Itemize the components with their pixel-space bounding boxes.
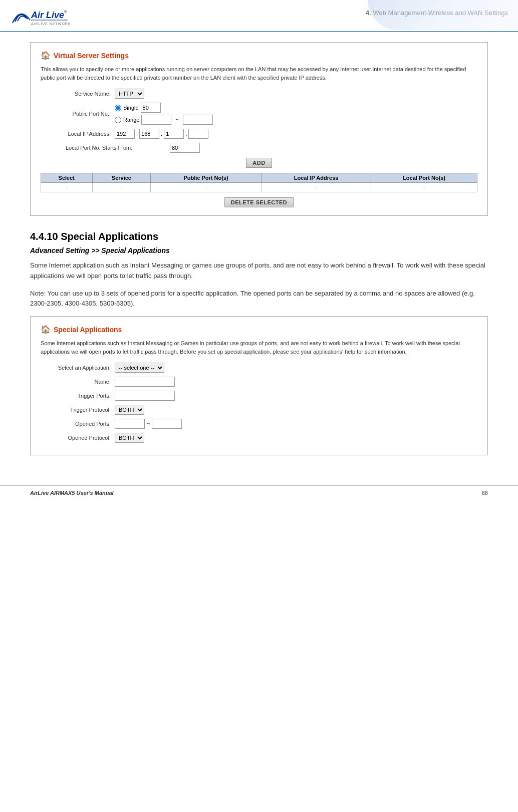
opened-protocol-row: Opened Protocol: BOTH TCP UDP [41,433,477,443]
name-label: Name: [41,379,111,385]
section-4410-heading: 4.4.10 Special Applications [30,231,488,242]
opened-ports-row: Opened Ports: ~ [41,419,477,429]
svg-text:Air Live: Air Live [31,10,64,20]
local-port-input[interactable] [170,143,200,153]
select-application-label: Select an Application: [41,365,111,371]
local-ip-label: Local IP Address: [41,131,111,137]
house-icon: 🏠 [41,51,51,60]
single-radio-row: Single 80 [115,103,213,113]
opened-ports-to-input[interactable] [152,419,182,429]
footer-manual-text: AirLive AIRMAX5 User's Manual [30,490,114,496]
special-applications-box: 🏠 Special Applications Some Internet app… [30,316,488,455]
add-button[interactable]: ADD [246,158,272,168]
table-header-row: Select Service Public Port No(s) Local I… [41,173,477,183]
local-port-label: Local Port No. Starts From: [66,145,166,151]
trigger-protocol-select[interactable]: BOTH TCP UDP [115,405,144,415]
col-select: Select [41,173,93,183]
page-footer: AirLive AIRMAX5 User's Manual 68 [0,485,518,500]
table-row: - - - - - [41,183,477,192]
local-ip-group: . . . [115,129,208,139]
trigger-protocol-row: Trigger Protocol: BOTH TCP UDP [41,405,477,415]
section-4410-body1: Some Internet application such as Instan… [30,260,488,282]
single-radio[interactable] [115,105,121,111]
opened-ports-from-input[interactable] [115,419,145,429]
range-to-input[interactable] [183,115,213,125]
svg-text:®: ® [64,10,67,14]
footer-page-number: 68 [482,490,488,496]
local-port-input-group [170,143,200,153]
local-ip-octet2[interactable] [139,129,159,139]
logo-area: Air Live ® AIRLIVE NETWORKS [10,4,70,29]
opened-ports-tilde: ~ [147,421,150,427]
single-label: Single [123,105,139,111]
opened-protocol-label: Opened Protocol: [41,435,111,441]
cell-local-port: - [371,183,477,192]
house-icon-special: 🏠 [41,325,51,334]
local-ip-octet4[interactable] [188,129,208,139]
range-label: Range [123,117,139,123]
name-input[interactable] [115,377,175,387]
trigger-protocol-label: Trigger Protocol: [41,407,111,413]
local-ip-octet1[interactable] [115,129,135,139]
range-tilde: ~ [175,117,178,123]
col-public-port: Public Port No(s) [151,173,262,183]
service-name-select[interactable]: HTTP FTP SMTP DNS [115,89,144,99]
name-row: Name: [41,377,477,387]
trigger-ports-label: Trigger Ports: [41,393,111,399]
airlive-logo: Air Live ® AIRLIVE NETWORKS [10,4,70,29]
range-radio[interactable] [115,117,121,123]
cell-public-port: - [151,183,262,192]
col-service: Service [92,173,151,183]
trigger-ports-input[interactable] [115,391,175,401]
cell-service: - [92,183,151,192]
header-decoration [368,0,518,30]
add-button-row: ADD [41,158,477,168]
special-applications-description: Some Internet applications such as Insta… [41,339,477,356]
local-ip-octet3[interactable] [164,129,184,139]
virtual-server-settings-box: 🏠 Virtual Server Settings This allows yo… [30,42,488,216]
public-port-group: Single 80 Range ~ [115,103,213,125]
col-local-ip: Local IP Address [261,173,371,183]
local-port-row: Local Port No. Starts From: [41,143,477,153]
main-content: 🏠 Virtual Server Settings This allows yo… [0,32,518,480]
public-port-row: Public Port No.: Single 80 Range ~ [41,103,477,125]
col-local-port: Local Port No(s) [371,173,477,183]
service-name-row: Service Name: HTTP FTP SMTP DNS [41,89,477,99]
opened-protocol-select[interactable]: BOTH TCP UDP [115,433,144,443]
svg-text:AIRLIVE NETWORKS: AIRLIVE NETWORKS [31,22,70,26]
virtual-server-title: 🏠 Virtual Server Settings [41,51,477,60]
service-name-label: Service Name: [41,91,111,97]
range-radio-row: Range ~ [115,115,213,125]
special-applications-title: 🏠 Special Applications [41,325,477,334]
public-port-label: Public Port No.: [41,111,111,117]
delete-selected-button[interactable]: DELETE SELECTED [224,197,294,207]
range-from-input[interactable] [141,115,171,125]
opened-ports-label: Opened Ports: [41,421,111,427]
section-4410-body2: Note: You can use up to 3 sets of opened… [30,289,488,310]
section-4410-subheading: Advanced Setting >> Special Applications [30,246,488,254]
cell-select: - [41,183,93,192]
select-application-row: Select an Application: -- select one -- [41,363,477,373]
select-application-select[interactable]: -- select one -- [115,363,164,373]
local-ip-row: Local IP Address: . . . [41,129,477,139]
virtual-server-table: Select Service Public Port No(s) Local I… [41,173,477,192]
delete-button-row: DELETE SELECTED [41,197,477,207]
cell-local-ip: - [261,183,371,192]
trigger-ports-row: Trigger Ports: [41,391,477,401]
single-port-input[interactable]: 80 [141,103,161,113]
virtual-server-description: This allows you to specify one or more a… [41,65,477,82]
